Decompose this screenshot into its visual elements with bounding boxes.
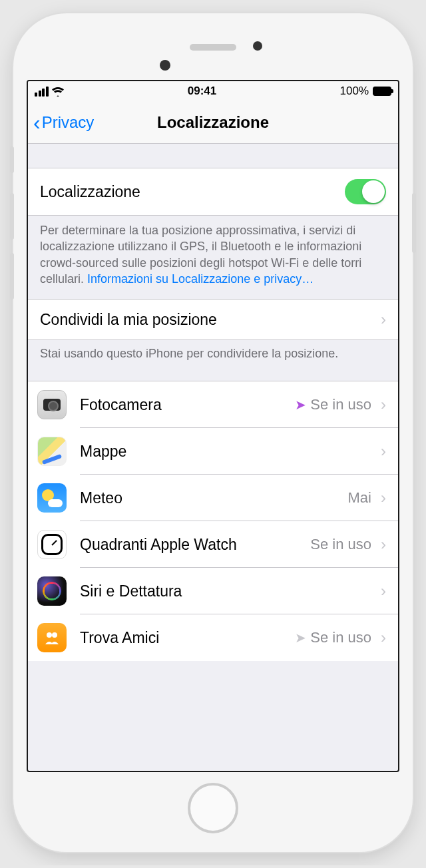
chevron-right-icon: › [381, 489, 386, 507]
speaker [190, 44, 236, 51]
back-button[interactable]: ‹ Privacy [33, 112, 94, 133]
nav-header: ‹ Privacy Localizzazione [28, 101, 398, 144]
find-friends-app-icon [37, 623, 67, 652]
chevron-right-icon: › [381, 582, 386, 600]
location-arrow-icon: ➤ [295, 630, 306, 646]
wifi-icon [51, 87, 65, 97]
share-location-footer: Stai usando questo iPhone per condivider… [28, 340, 398, 367]
status-time: 09:41 [188, 85, 216, 98]
toggle-knob [362, 180, 385, 203]
volume-up [10, 193, 14, 240]
app-row-meteo[interactable]: Meteo Mai › [28, 475, 398, 521]
app-list: Fotocamera ➤ Se in uso › Mappe › [28, 381, 398, 661]
app-row-trova-amici[interactable]: Trova Amici ➤ Se in uso › [28, 614, 398, 661]
location-arrow-icon: ➤ [295, 397, 306, 413]
battery-percentage: 100% [340, 85, 369, 98]
location-services-toggle-row[interactable]: Localizzazione [28, 168, 398, 216]
svg-point-1 [52, 632, 57, 638]
front-camera [160, 60, 170, 71]
location-services-toggle[interactable] [345, 179, 386, 204]
app-name: Quadranti Apple Watch [80, 536, 310, 554]
chevron-left-icon: ‹ [33, 112, 41, 133]
watch-faces-app-icon [37, 530, 67, 559]
content[interactable]: Localizzazione Per determinare la tua po… [28, 144, 398, 771]
battery-icon [373, 87, 391, 96]
chevron-right-icon: › [381, 442, 386, 461]
app-name: Fotocamera [80, 396, 295, 414]
app-name: Meteo [80, 489, 348, 507]
app-name: Mappe [80, 443, 371, 461]
weather-app-icon [37, 483, 67, 513]
chevron-right-icon: › [381, 628, 386, 647]
camera-app-icon [37, 390, 67, 419]
app-status: Se in uso [310, 629, 371, 646]
home-button[interactable] [188, 783, 238, 833]
chevron-right-icon: › [381, 310, 386, 329]
proximity-sensor [253, 41, 262, 51]
app-name: Trova Amici [80, 629, 295, 647]
share-my-location-row[interactable]: Condividi la mia posizione › [28, 299, 398, 340]
maps-app-icon [37, 437, 67, 466]
app-row-siri[interactable]: Siri e Dettatura › [28, 568, 398, 614]
mute-switch [10, 146, 14, 173]
cellular-signal-icon [35, 87, 49, 97]
location-services-label: Localizzazione [40, 183, 140, 201]
chevron-right-icon: › [381, 395, 386, 414]
siri-app-icon [37, 576, 67, 606]
app-row-fotocamera[interactable]: Fotocamera ➤ Se in uso › [28, 381, 398, 428]
power-button [412, 193, 416, 253]
phone-frame: 09:41 100% ‹ Privacy Localizzazione Loca… [13, 13, 413, 852]
app-status: Se in uso [310, 536, 371, 553]
app-row-quadranti[interactable]: Quadranti Apple Watch Se in uso › [28, 521, 398, 568]
back-label: Privacy [42, 113, 95, 132]
page-title: Localizzazione [157, 113, 269, 132]
status-bar: 09:41 100% [28, 81, 398, 101]
screen: 09:41 100% ‹ Privacy Localizzazione Loca… [27, 80, 399, 772]
share-my-location-label: Condividi la mia posizione [40, 311, 217, 329]
volume-down [10, 253, 14, 300]
app-name: Siri e Dettatura [80, 582, 371, 600]
app-status: Se in uso [310, 396, 371, 413]
chevron-right-icon: › [381, 535, 386, 554]
location-description: Per determinare la tua posizione appross… [28, 216, 398, 299]
svg-point-0 [47, 632, 52, 638]
privacy-info-link[interactable]: Informazioni su Localizzazione e privacy… [87, 272, 314, 286]
app-status: Mai [348, 489, 371, 507]
app-row-mappe[interactable]: Mappe › [28, 428, 398, 475]
